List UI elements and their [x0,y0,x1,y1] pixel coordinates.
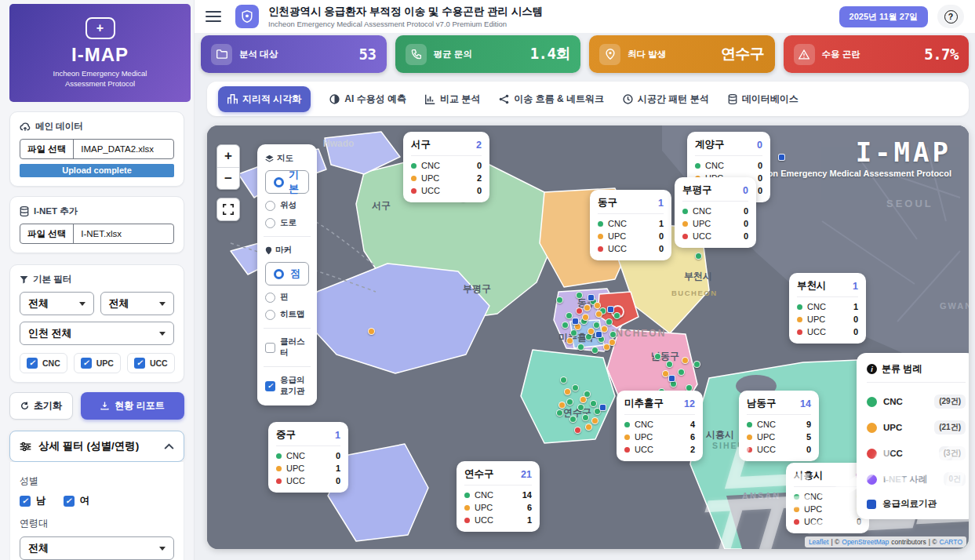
case-marker[interactable] [574,427,581,434]
case-marker[interactable] [560,376,567,384]
tab-geographic-visualization[interactable]: 지리적 시각화 [218,86,311,112]
tab-ai-prediction[interactable]: AI 수용성 예측 [329,93,406,106]
case-marker[interactable] [603,344,610,351]
maptype-satellite-radio[interactable]: 위성 [265,200,309,211]
marker-dot-radio[interactable]: 점 [265,262,309,285]
case-marker[interactable] [556,409,563,416]
case-marker[interactable] [556,296,563,304]
case-marker[interactable] [609,331,617,338]
tab-database[interactable]: 데이터베이스 [728,93,799,106]
case-marker[interactable] [572,384,579,391]
file-name: I-NET.xlsx [74,224,129,243]
ucc-checkbox[interactable]: ✓UCC [127,353,175,373]
sliders-icon [20,442,31,452]
hospital-marker[interactable] [668,375,675,382]
case-marker[interactable] [593,322,600,329]
case-marker[interactable] [566,398,573,405]
checkbox-checked-icon: ✓ [81,358,92,369]
case-marker[interactable] [606,318,613,325]
case-marker[interactable] [594,302,601,309]
case-marker[interactable] [584,304,591,311]
gender-female-checkbox[interactable]: ✓여 [64,494,90,507]
leaflet-link[interactable]: Leaflet [809,538,829,546]
marker-heatmap-radio[interactable]: 히트맵 [265,309,309,320]
cnc-checkbox[interactable]: ✓CNC [20,353,67,373]
file-select-button[interactable]: 파일 선택 [20,140,74,158]
folder-icon [211,44,232,65]
case-marker[interactable] [582,314,589,321]
case-marker[interactable] [678,369,685,376]
case-marker[interactable] [558,402,566,409]
case-marker[interactable] [613,312,620,319]
upc-dot-icon [797,317,802,322]
radio-off-icon [265,218,275,228]
menu-button[interactable] [206,11,221,22]
hospital-marker[interactable] [572,318,579,325]
case-marker[interactable] [562,322,569,329]
ucc-dot-icon [624,447,630,453]
case-marker[interactable] [569,416,577,423]
chevron-up-icon [164,443,174,449]
inet-title: I-NET 추가 [20,205,174,217]
case-marker[interactable] [576,307,583,315]
filter-select-1[interactable]: 전체 [20,292,94,315]
radio-off-icon [265,293,275,303]
case-marker[interactable] [588,328,595,335]
case-marker[interactable] [580,396,587,403]
case-marker[interactable] [585,424,592,431]
upc-checkbox[interactable]: ✓UPC [74,353,121,373]
maptype-road-radio[interactable]: 도로 [265,217,309,228]
case-marker[interactable] [577,404,584,411]
case-marker[interactable] [368,328,375,335]
case-marker[interactable] [582,414,589,421]
case-marker[interactable] [590,400,597,407]
case-marker[interactable] [595,311,602,318]
zoom-in-button[interactable]: + [217,145,239,167]
hospital-marker[interactable] [778,154,785,161]
case-marker[interactable] [591,417,598,424]
case-marker[interactable] [695,253,702,260]
case-marker[interactable] [682,357,689,364]
carto-link[interactable]: CARTO [940,538,962,546]
region-select[interactable]: 인천 전체 [20,322,174,345]
map-canvas[interactable]: Hwado 서구 중구 동구 부평구 부천시 미추홀구 남동구 연수구 시흥시 … [207,125,969,549]
case-marker[interactable] [577,344,584,351]
zoom-out-button[interactable]: − [217,167,239,189]
reset-button[interactable]: 초기화 [9,392,73,420]
info-icon: i [867,364,877,374]
filter-select-2[interactable]: 전체 [100,292,175,315]
maptype-basic-radio[interactable]: 기본 [265,170,309,194]
case-marker[interactable] [693,361,700,368]
hospital-marker[interactable] [599,404,606,411]
case-marker[interactable] [576,292,583,299]
hospital-marker[interactable] [588,294,595,301]
age-select[interactable]: 전체 [20,536,174,560]
tab-comparison[interactable]: 비교 분석 [425,93,480,106]
help-button[interactable]: ? [937,5,964,28]
case-marker[interactable] [591,347,598,354]
case-marker[interactable] [564,388,571,395]
hospital-marker[interactable] [595,331,602,338]
popup-bucheonsi: 부천시1 CNC1 UPC0 UCC0 [789,273,866,344]
case-marker[interactable] [566,337,573,344]
tab-transfer-network[interactable]: 이송 흐름 & 네트워크 [499,93,604,106]
tab-spatiotemporal[interactable]: 시공간 패턴 분석 [623,93,709,106]
main-file-input[interactable]: 파일 선택 IMAP_DATA2.xlsx [20,139,174,159]
inet-file-input[interactable]: 파일 선택 I-NET.xlsx [20,224,174,244]
osm-link[interactable]: OpenStreetMap [842,538,889,546]
date-badge[interactable]: 2025년 11월 27일 [839,6,928,27]
detail-filter-toggle[interactable]: 상세 필터 (성별/연령) [9,431,184,462]
cluster-checkbox[interactable]: 클러스터 [265,336,309,358]
hospital-marker[interactable] [607,306,614,313]
case-marker[interactable] [570,329,577,336]
emergency-facility-checkbox[interactable]: ✓응급의료기관 [265,375,309,397]
case-marker[interactable] [666,361,673,368]
fullscreen-button[interactable] [216,198,240,221]
checkbox-checked-icon: ✓ [134,358,145,369]
file-select-button[interactable]: 파일 선택 [20,224,74,243]
gender-male-checkbox[interactable]: ✓남 [20,494,46,507]
marker-pin-radio[interactable]: 핀 [265,292,309,303]
report-button[interactable]: 현황 리포트 [81,392,184,420]
phone-icon [406,44,427,65]
case-marker[interactable] [654,353,661,360]
